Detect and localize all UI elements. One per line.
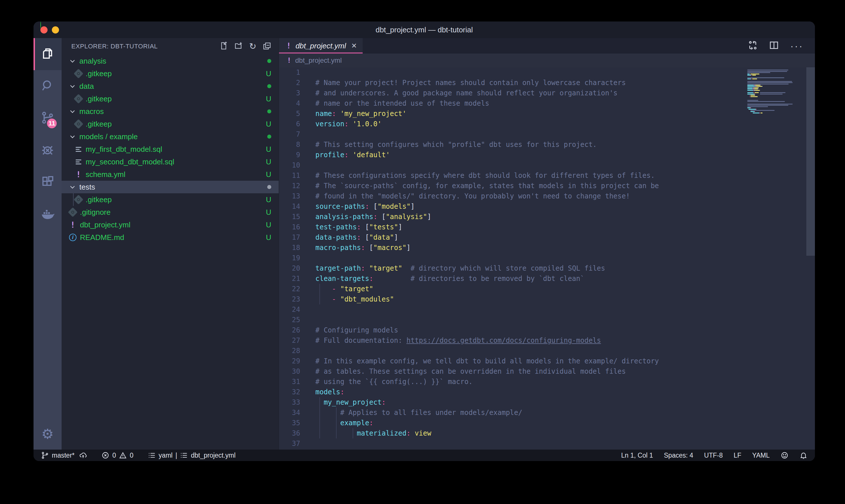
docker-tab-icon[interactable]	[34, 198, 61, 231]
code-editor[interactable]: 12# Name your project! Project names sho…	[279, 67, 815, 450]
errors-count: 0	[112, 452, 116, 459]
git-file-icon	[74, 69, 83, 78]
sync-changes-button[interactable]	[79, 451, 87, 459]
line-number: 6	[279, 120, 300, 128]
editor-scrollbar[interactable]	[806, 67, 815, 256]
feedback-smiley-icon[interactable]	[780, 451, 789, 459]
git-status-dot	[267, 84, 271, 88]
line-number: 15	[279, 213, 300, 221]
more-actions-icon[interactable]: ···	[790, 43, 804, 49]
new-folder-icon[interactable]	[234, 41, 243, 51]
window-title: dbt_project.yml — dbt-tutorial	[376, 25, 473, 34]
close-window-button[interactable]	[40, 26, 48, 34]
tree-folder-models-example[interactable]: models / example	[61, 130, 279, 143]
code-line-11: 11# These configurations specify where d…	[279, 170, 815, 181]
open-changes-icon[interactable]	[748, 40, 758, 51]
chevron-down-icon	[69, 133, 76, 140]
cursor-position[interactable]: Ln 1, Col 1	[621, 452, 653, 459]
line-number: 13	[279, 192, 300, 200]
tree-file-schema-yml[interactable]: !schema.ymlU	[61, 168, 279, 181]
tree-folder-analysis[interactable]: analysis	[61, 55, 279, 67]
tree-file-my-first-dbt-model-sql[interactable]: my_first_dbt_model.sqlU	[61, 143, 279, 156]
line-number: 26	[279, 326, 300, 334]
mode-label: yaml	[159, 452, 173, 459]
notifications-bell-icon[interactable]	[799, 451, 808, 459]
editor-group: ! dbt_project.yml ✕ ··· ! dbt_project.ym…	[279, 38, 815, 450]
code-line-28: 28	[279, 346, 815, 356]
code-line-32: 32models:	[279, 387, 815, 397]
line-number: 4	[279, 100, 300, 107]
cloud-upload-icon	[79, 451, 87, 459]
line-number: 7	[279, 130, 300, 138]
zoom-window-button[interactable]	[40, 21, 41, 29]
warnings-icon	[119, 451, 127, 459]
explorer-tab-icon[interactable]	[34, 38, 61, 70]
code-line-13: 13# found in the "models/" directory. Yo…	[279, 191, 815, 201]
language-mode[interactable]: YAML	[752, 452, 770, 459]
yaml-file-icon: !	[287, 56, 291, 65]
problems-status[interactable]: 0 0	[102, 451, 133, 459]
tab-bar: ! dbt_project.yml ✕ ···	[279, 38, 815, 54]
extensions-tab-icon[interactable]	[34, 166, 61, 198]
code-line-5: 5name: 'my_new_project'	[279, 109, 815, 119]
git-status-badge: U	[266, 94, 271, 103]
tree-folder-macros[interactable]: macros	[61, 105, 279, 118]
tree-folder-tests[interactable]: tests	[61, 181, 279, 193]
tab-dbt-project-yml[interactable]: ! dbt_project.yml ✕	[279, 38, 363, 54]
docker-whale-icon	[41, 207, 54, 222]
code-line-9: 9profile: 'default'	[279, 150, 815, 160]
line-number: 14	[279, 202, 300, 211]
tree-file--gitkeep[interactable]: .gitkeepU	[61, 193, 279, 206]
minimap[interactable]	[743, 69, 805, 115]
line-number: 5	[279, 110, 300, 118]
line-number: 31	[279, 378, 300, 386]
minimize-window-button[interactable]	[52, 26, 59, 34]
search-tab-icon[interactable]	[34, 70, 61, 102]
tree-file-my-second-dbt-model-sql[interactable]: my_second_dbt_model.sqlU	[61, 156, 279, 168]
chevron-down-icon	[69, 183, 76, 191]
code-line-21: 21clean-targets: # directories to be rem…	[279, 273, 815, 284]
branch-label: master*	[52, 452, 74, 459]
debug-tab-icon[interactable]	[34, 134, 61, 166]
tree-file-readme-md[interactable]: iREADME.mdU	[61, 231, 279, 244]
tree-file-dbt-project-yml[interactable]: !dbt_project.ymlU	[61, 218, 279, 231]
tree-indent-guide	[73, 193, 74, 206]
code-line-30: 30# as tables. These settings can be ove…	[279, 366, 815, 377]
readme-info-icon: i	[69, 234, 76, 241]
active-file-label: dbt_project.yml	[191, 452, 235, 459]
status-separator: |	[175, 452, 177, 459]
explorer-header: EXPLORER: DBT-TUTORIAL ↻	[61, 38, 279, 55]
extensions-icon	[41, 175, 54, 190]
list-icon	[180, 451, 188, 459]
refresh-icon[interactable]: ↻	[249, 42, 256, 51]
manage-gear-icon[interactable]: ⚙	[34, 418, 61, 450]
line-number: 9	[279, 151, 300, 159]
line-number: 27	[279, 337, 300, 344]
tree-file--gitkeep[interactable]: .gitkeepU	[61, 67, 279, 80]
git-status-dot	[267, 109, 271, 113]
git-branch-status[interactable]: master*	[41, 451, 74, 459]
git-branch-icon	[41, 451, 49, 459]
source-control-tab-icon[interactable]: 11	[34, 102, 61, 134]
tree-folder-data[interactable]: data	[61, 80, 279, 92]
code-line-29: 29# In this example config, we tell dbt …	[279, 356, 815, 366]
yaml-file-icon: !	[70, 220, 75, 230]
code-line-17: 17data-paths: ["data"]	[279, 232, 815, 242]
tree-file--gitignore[interactable]: .gitignoreU	[61, 206, 279, 218]
indentation-status[interactable]: Spaces: 4	[664, 452, 693, 459]
code-line-12: 12# The `source-paths` config, for examp…	[279, 181, 815, 191]
line-number: 1	[279, 69, 300, 76]
editor-mode-status[interactable]: yaml | dbt_project.yml	[148, 451, 236, 459]
eol-status[interactable]: LF	[734, 452, 741, 459]
tree-file--gitkeep[interactable]: .gitkeepU	[61, 118, 279, 130]
collapse-folders-icon[interactable]	[263, 41, 271, 51]
encoding-status[interactable]: UTF-8	[704, 452, 723, 459]
new-file-icon[interactable]	[219, 41, 228, 51]
tree-file--gitkeep[interactable]: .gitkeepU	[61, 92, 279, 105]
close-tab-icon[interactable]: ✕	[351, 42, 357, 50]
breadcrumb[interactable]: ! dbt_project.yml	[279, 54, 815, 67]
line-number: 20	[279, 264, 300, 272]
git-file-icon	[74, 119, 83, 129]
line-number: 34	[279, 409, 300, 417]
split-editor-icon[interactable]	[769, 40, 779, 51]
